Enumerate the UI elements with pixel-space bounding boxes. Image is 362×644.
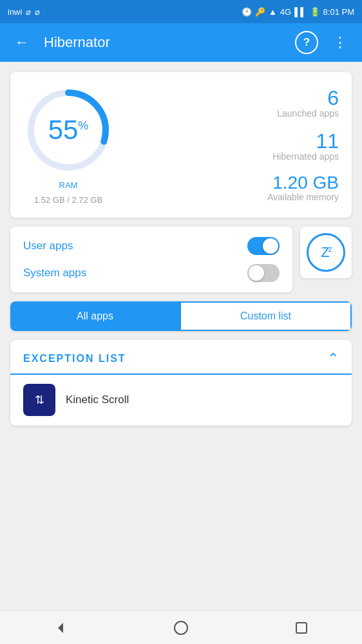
ram-percent-display: 55% bbox=[48, 117, 89, 144]
signal-bars-icon: ▌▌ bbox=[294, 7, 306, 17]
system-apps-toggle[interactable] bbox=[247, 264, 280, 282]
app-title: Hibernator bbox=[44, 34, 285, 51]
main-content: 55% RAM 1.52 GB / 2.72 GB 6 Launched app… bbox=[0, 62, 362, 611]
more-button[interactable]: ⋮ bbox=[329, 31, 352, 54]
available-memory-label: Available memory bbox=[126, 192, 339, 202]
usb-icon: ⌀ bbox=[26, 7, 31, 17]
system-apps-label: System apps bbox=[23, 267, 86, 279]
launched-apps-stat: 6 Launched apps bbox=[126, 88, 339, 118]
back-nav-icon bbox=[53, 620, 68, 636]
usb2-icon: ⌀ bbox=[35, 7, 40, 17]
memory-used-label: 1.52 GB / 2.72 GB bbox=[34, 195, 102, 205]
ram-percent-value: 55% bbox=[48, 115, 89, 145]
carrier-label: inwi bbox=[8, 7, 22, 17]
battery-icon: 🔋 bbox=[310, 7, 320, 17]
user-apps-label: User apps bbox=[23, 240, 73, 252]
available-memory-value: 1.20 GB bbox=[126, 174, 339, 192]
launched-apps-label: Launched apps bbox=[126, 108, 339, 118]
list-item: ⇅ Kinetic Scroll bbox=[10, 375, 352, 426]
system-apps-row: System apps bbox=[23, 264, 280, 282]
nav-recent-button[interactable] bbox=[285, 615, 318, 641]
sleep-button[interactable]: Zz bbox=[300, 227, 352, 278]
status-left: inwi ⌀ ⌀ bbox=[8, 7, 40, 17]
custom-list-tab[interactable]: Custom list bbox=[180, 301, 352, 331]
nav-back-button[interactable] bbox=[44, 615, 77, 641]
nav-home-button[interactable] bbox=[165, 615, 197, 641]
exception-header: Exception List ⌃ bbox=[10, 340, 352, 375]
home-nav-icon bbox=[173, 620, 189, 636]
hibernated-apps-count: 11 bbox=[126, 131, 339, 151]
collapse-button[interactable]: ⌃ bbox=[327, 350, 339, 367]
tab-row: All apps Custom list bbox=[10, 301, 352, 331]
exception-title: Exception List bbox=[23, 353, 126, 365]
ram-label: RAM bbox=[59, 180, 78, 190]
help-button[interactable]: ? bbox=[295, 31, 318, 54]
launched-apps-count: 6 bbox=[126, 88, 339, 108]
wifi-icon: ▲ bbox=[269, 7, 277, 17]
kinetic-scroll-icon: ⇅ bbox=[28, 388, 51, 412]
exception-card: Exception List ⌃ ⇅ Kinetic Scroll bbox=[10, 340, 352, 426]
time-label: 8:01 PM bbox=[323, 7, 354, 17]
user-apps-row: User apps bbox=[23, 237, 280, 255]
app-name-kinetic: Kinetic Scroll bbox=[66, 393, 129, 406]
key-icon: 🔑 bbox=[255, 7, 265, 17]
user-apps-toggle[interactable] bbox=[247, 237, 280, 255]
available-memory-stat: 1.20 GB Available memory bbox=[126, 174, 339, 202]
back-button[interactable]: ← bbox=[10, 31, 33, 54]
stats-card: 55% RAM 1.52 GB / 2.72 GB 6 Launched app… bbox=[10, 72, 352, 218]
toggles-card: User apps System apps bbox=[10, 227, 292, 292]
all-apps-tab[interactable]: All apps bbox=[10, 301, 180, 331]
bottom-nav bbox=[0, 611, 362, 644]
svg-rect-6 bbox=[296, 623, 307, 633]
app-icon-kinetic: ⇅ bbox=[23, 384, 55, 416]
signal-icon: 4G bbox=[280, 7, 291, 17]
hibernated-apps-label: Hibernated apps bbox=[126, 151, 339, 162]
toolbar: ← Hibernator ? ⋮ bbox=[0, 23, 362, 62]
sleep-circle-icon: Zz bbox=[307, 233, 345, 272]
alarm-icon: 🕐 bbox=[242, 7, 252, 17]
stats-right: 6 Launched apps 11 Hibernated apps 1.20 … bbox=[126, 85, 339, 205]
svg-point-5 bbox=[175, 621, 187, 634]
controls-row: User apps System apps Zz bbox=[10, 227, 352, 292]
hibernated-apps-stat: 11 Hibernated apps bbox=[126, 131, 339, 162]
ram-circle-container: 55% RAM 1.52 GB / 2.72 GB bbox=[23, 85, 113, 205]
user-apps-thumb bbox=[263, 238, 278, 254]
ram-circle-wrap: 55% bbox=[23, 85, 113, 175]
status-right: 🕐 🔑 ▲ 4G ▌▌ 🔋 8:01 PM bbox=[242, 7, 354, 17]
status-bar: inwi ⌀ ⌀ 🕐 🔑 ▲ 4G ▌▌ 🔋 8:01 PM bbox=[0, 0, 362, 23]
svg-marker-4 bbox=[58, 623, 63, 633]
recent-nav-icon bbox=[294, 621, 309, 635]
sleep-icon-label: Zz bbox=[321, 244, 330, 261]
svg-text:⇅: ⇅ bbox=[35, 393, 44, 406]
system-apps-thumb bbox=[249, 265, 264, 281]
